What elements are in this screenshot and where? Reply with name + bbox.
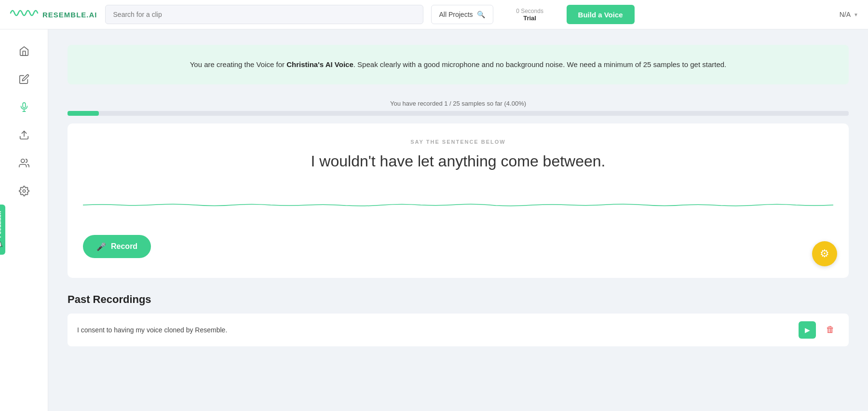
sidebar-item-edit[interactable] — [9, 67, 40, 91]
waveform-display — [83, 191, 833, 219]
sidebar-item-settings[interactable] — [9, 179, 40, 203]
svg-rect-0 — [23, 103, 26, 108]
banner-voice-name: Christina's AI Voice — [286, 60, 353, 68]
trial-seconds: 0 Seconds — [509, 8, 551, 14]
progress-bar-background — [68, 111, 849, 116]
search-input[interactable] — [105, 5, 423, 24]
sidebar-item-upload[interactable] — [9, 123, 40, 147]
trial-box: 0 Seconds Trial — [501, 6, 559, 24]
feedback-tab[interactable]: 💬 Feedback — [0, 205, 5, 255]
feedback-label: Feedback — [0, 211, 2, 238]
progress-bar-fill — [68, 111, 99, 116]
sidebar-item-microphone[interactable] — [9, 95, 40, 119]
user-name: N/A — [840, 11, 851, 18]
sidebar — [0, 29, 48, 411]
main-content: You are creating the Voice for Christina… — [48, 29, 868, 411]
waveform-svg — [83, 191, 833, 219]
user-area[interactable]: N/A ▼ — [840, 11, 858, 18]
svg-point-4 — [21, 159, 24, 163]
chevron-down-icon: ▼ — [854, 12, 858, 17]
delete-button[interactable]: 🗑 — [822, 321, 839, 339]
trash-icon: 🗑 — [826, 325, 835, 335]
past-recording-text: I consent to having my voice cloned by R… — [77, 326, 799, 334]
gear-icon: ⚙ — [820, 247, 829, 260]
past-recording-item: I consent to having my voice cloned by R… — [68, 314, 849, 346]
play-button[interactable]: ▶ — [799, 321, 816, 339]
logo-wave-icon — [10, 6, 39, 23]
say-sentence-label: SAY THE SENTENCE BELOW — [83, 139, 833, 145]
logo-area: RESEMBLE.AI — [10, 6, 97, 23]
microphone-icon: 🎤 — [96, 242, 106, 251]
header: RESEMBLE.AI All Projects 🔍 0 Seconds Tri… — [0, 0, 868, 29]
voice-banner: You are creating the Voice for Christina… — [68, 45, 849, 84]
recording-actions: ▶ 🗑 — [799, 321, 839, 339]
record-button[interactable]: 🎤 Record — [83, 235, 151, 258]
logo-text: RESEMBLE.AI — [42, 11, 97, 19]
svg-point-5 — [23, 190, 26, 192]
feedback-icon: 💬 — [0, 241, 2, 248]
recording-card: SAY THE SENTENCE BELOW I wouldn't have l… — [68, 123, 849, 278]
past-recordings-section: Past Recordings I consent to having my v… — [68, 293, 849, 346]
all-projects-button[interactable]: All Projects 🔍 — [431, 5, 493, 24]
progress-section: You have recorded 1 / 25 samples so far … — [68, 100, 849, 116]
search-icon: 🔍 — [477, 11, 485, 18]
sidebar-item-home[interactable] — [9, 39, 40, 63]
record-label: Record — [111, 242, 137, 251]
past-recordings-title: Past Recordings — [68, 293, 849, 306]
sentence-text: I wouldn't have let anything come betwee… — [83, 151, 833, 172]
sidebar-item-team[interactable] — [9, 151, 40, 175]
progress-label: You have recorded 1 / 25 samples so far … — [68, 100, 849, 107]
build-voice-button[interactable]: Build a Voice — [567, 5, 635, 24]
all-projects-label: All Projects — [439, 11, 473, 18]
play-icon: ▶ — [805, 326, 810, 334]
settings-fab-button[interactable]: ⚙ — [812, 241, 837, 266]
trial-label: Trial — [509, 14, 551, 22]
